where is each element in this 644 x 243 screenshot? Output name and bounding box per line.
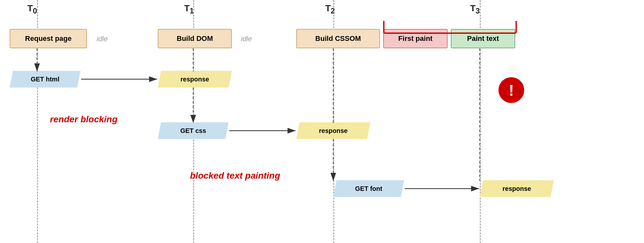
idle-label-2: idle (241, 35, 252, 43)
build-dom-box: Build DOM (158, 29, 232, 48)
get-font-box: GET font (333, 180, 404, 197)
blocked-text-label: blocked text painting (190, 171, 280, 181)
idle-label-1: idle (97, 35, 108, 43)
get-html-box: GET html (10, 71, 80, 88)
diagram: T0 T1 T2 T3 Request page idle Build DOM … (0, 0, 644, 243)
response3-box: response (480, 180, 554, 197)
alert-icon: ! (498, 77, 524, 103)
time-label-t1: T1 (184, 3, 194, 15)
build-cssom-box: Build CSSOM (296, 29, 380, 48)
red-bracket (383, 21, 517, 34)
render-blocking-label: render blocking (50, 114, 118, 125)
time-label-t2: T2 (325, 3, 335, 15)
time-label-t3: T3 (470, 3, 480, 15)
response1-box: response (158, 71, 232, 88)
get-css-box: GET css (158, 122, 229, 139)
request-page-box: Request page (10, 29, 87, 48)
time-label-t0: T0 (27, 3, 37, 15)
response2-box: response (296, 122, 370, 139)
